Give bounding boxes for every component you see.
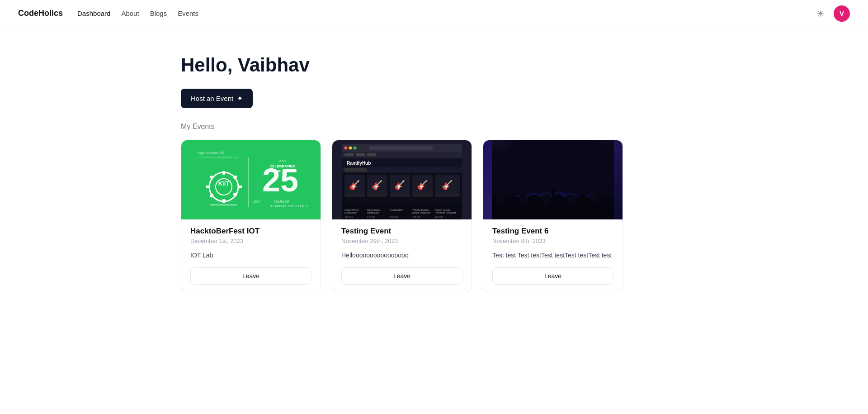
event-title-testingEvent: Testing Event bbox=[341, 227, 462, 236]
svg-text:🎸: 🎸 bbox=[349, 180, 360, 190]
svg-point-98 bbox=[590, 193, 597, 203]
event-image-rantify: RantifyHub 🎸 🎸 bbox=[332, 140, 472, 219]
svg-rect-31 bbox=[356, 153, 365, 156]
event-image-concert bbox=[483, 140, 623, 219]
svg-text:🎸: 🎸 bbox=[441, 180, 453, 190]
svg-point-79 bbox=[508, 195, 516, 205]
svg-rect-9 bbox=[206, 186, 209, 188]
event-card-hacktoberFest: Logo on Green BG CELEBRATING SILVER JUBI… bbox=[181, 140, 321, 292]
event-card-testingEvent: RantifyHub 🎸 🎸 bbox=[332, 140, 472, 292]
svg-text:Logo on Green BG: Logo on Green BG bbox=[198, 151, 224, 155]
svg-text:ACADEMIC EXCELLENCE: ACADEMIC EXCELLENCE bbox=[270, 205, 309, 208]
event-desc-testingEvent: Helloooooooooooooooo bbox=[341, 251, 462, 260]
svg-point-82 bbox=[520, 193, 527, 204]
svg-text:Stratocaster: Stratocaster bbox=[344, 211, 357, 214]
svg-rect-49 bbox=[413, 194, 432, 196]
svg-text:Deluxe Telecaster: Deluxe Telecaster bbox=[412, 211, 430, 214]
greeting-text: Hello, Vaibhav bbox=[181, 54, 687, 76]
svg-text:CELEBRATING SILVER JUBILEE: CELEBRATING SILVER JUBILEE bbox=[198, 156, 238, 159]
svg-point-103 bbox=[550, 187, 556, 195]
sparkle-icon: ✦ bbox=[237, 94, 243, 103]
svg-rect-40 bbox=[345, 194, 364, 196]
svg-rect-36 bbox=[344, 168, 367, 171]
svg-text:₹24,995: ₹24,995 bbox=[412, 216, 421, 219]
svg-point-26 bbox=[349, 147, 352, 150]
svg-text:🎸: 🎸 bbox=[394, 180, 405, 190]
svg-rect-7 bbox=[222, 199, 225, 203]
svg-text:YEARS OF: YEARS OF bbox=[274, 200, 289, 203]
svg-rect-6 bbox=[222, 171, 225, 175]
svg-text:₹29,995: ₹29,995 bbox=[344, 216, 353, 219]
svg-rect-28 bbox=[369, 146, 433, 150]
host-event-label: Host an Event bbox=[191, 95, 233, 102]
event-card-body-hacktoberFest: HacktoBerFest IOT December 1st, 2023 IOT… bbox=[181, 219, 321, 292]
navbar: CodeHolics Dashboard About Blogs Events … bbox=[0, 0, 868, 27]
svg-text:RantifyHub: RantifyHub bbox=[347, 161, 371, 166]
svg-point-100 bbox=[601, 194, 609, 205]
theme-toggle-icon[interactable]: ☀ bbox=[815, 8, 826, 19]
event-date-hacktoberFest: December 1st, 2023 bbox=[190, 238, 311, 244]
events-grid: Logo on Green BG CELEBRATING SILVER JUBI… bbox=[181, 140, 687, 292]
nav-events[interactable]: Events bbox=[178, 10, 198, 17]
nav-about[interactable]: About bbox=[121, 10, 139, 17]
svg-text:🎸: 🎸 bbox=[416, 180, 428, 190]
svg-point-27 bbox=[353, 147, 356, 150]
svg-rect-43 bbox=[368, 194, 387, 196]
svg-text:🎸: 🎸 bbox=[371, 180, 382, 190]
svg-rect-52 bbox=[436, 194, 459, 196]
main-content: Hello, Vaibhav Host an Event ✦ My Events… bbox=[163, 27, 705, 310]
svg-text:₹19,995: ₹19,995 bbox=[367, 216, 376, 219]
leave-button-testingEvent[interactable]: Leave bbox=[341, 267, 462, 285]
svg-rect-30 bbox=[344, 153, 354, 156]
nav-links: Dashboard About Blogs Events bbox=[77, 10, 815, 17]
host-event-button[interactable]: Host an Event ✦ bbox=[181, 89, 253, 108]
event-desc-hacktoberFest: IOT Lab bbox=[190, 251, 311, 260]
svg-point-92 bbox=[567, 194, 575, 204]
svg-text:CELEBRATING: CELEBRATING bbox=[269, 164, 295, 168]
svg-rect-32 bbox=[367, 153, 376, 156]
nav-right: ☀ V bbox=[815, 5, 850, 22]
svg-text:₹89,995: ₹89,995 bbox=[435, 216, 443, 219]
svg-rect-46 bbox=[391, 194, 409, 196]
user-avatar[interactable]: V bbox=[834, 5, 850, 22]
svg-point-76 bbox=[497, 194, 505, 205]
svg-text:KiiT: KiiT bbox=[218, 180, 230, 187]
event-date-testingEvent6: November 8th, 2023 bbox=[492, 238, 613, 244]
kiit-logo-svg: Logo on Green BG CELEBRATING SILVER JUBI… bbox=[192, 144, 310, 216]
concert-svg bbox=[492, 140, 614, 219]
event-desc-testingEvent6: Test test Test testTest testTest testTes… bbox=[492, 251, 613, 260]
event-image-kiit: Logo on Green BG CELEBRATING SILVER JUBI… bbox=[181, 140, 321, 219]
svg-text:SILVER JUBILEE: SILVER JUBILEE bbox=[268, 169, 297, 173]
svg-text:Stratocaster: Stratocaster bbox=[367, 211, 379, 214]
nav-dashboard[interactable]: Dashboard bbox=[77, 10, 110, 17]
svg-text:1997: 1997 bbox=[253, 200, 260, 203]
event-title-hacktoberFest: HacktoBerFest IOT bbox=[190, 227, 311, 236]
svg-point-95 bbox=[578, 194, 586, 205]
svg-text:2023: 2023 bbox=[279, 159, 286, 162]
leave-button-hacktoberFest[interactable]: Leave bbox=[190, 267, 311, 285]
event-date-testingEvent: November 29th, 2023 bbox=[341, 238, 462, 244]
svg-rect-8 bbox=[238, 186, 242, 188]
brand-logo[interactable]: CodeHolics bbox=[18, 9, 63, 18]
leave-button-testingEvent6[interactable]: Leave bbox=[492, 267, 613, 285]
svg-point-25 bbox=[344, 147, 347, 150]
svg-text:Performer Telecaster: Performer Telecaster bbox=[435, 211, 456, 214]
event-title-testingEvent6: Testing Event 6 bbox=[492, 227, 613, 236]
my-events-title: My Events bbox=[181, 123, 687, 131]
rantify-screenshot-svg: RantifyHub 🎸 🎸 bbox=[342, 144, 462, 219]
event-card-body-testingEvent: Testing Event November 29th, 2023 Helloo… bbox=[332, 219, 472, 292]
svg-text:₹59,995: ₹59,995 bbox=[390, 216, 398, 219]
svg-point-84 bbox=[531, 195, 539, 205]
event-card-testingEvent6: Testing Event 6 November 8th, 2023 Test … bbox=[483, 140, 623, 292]
svg-line-105 bbox=[546, 198, 560, 199]
nav-blogs[interactable]: Blogs bbox=[150, 10, 167, 17]
event-card-body-testingEvent6: Testing Event 6 November 8th, 2023 Test … bbox=[483, 219, 623, 292]
svg-text:Roland AT40: Roland AT40 bbox=[390, 209, 403, 211]
